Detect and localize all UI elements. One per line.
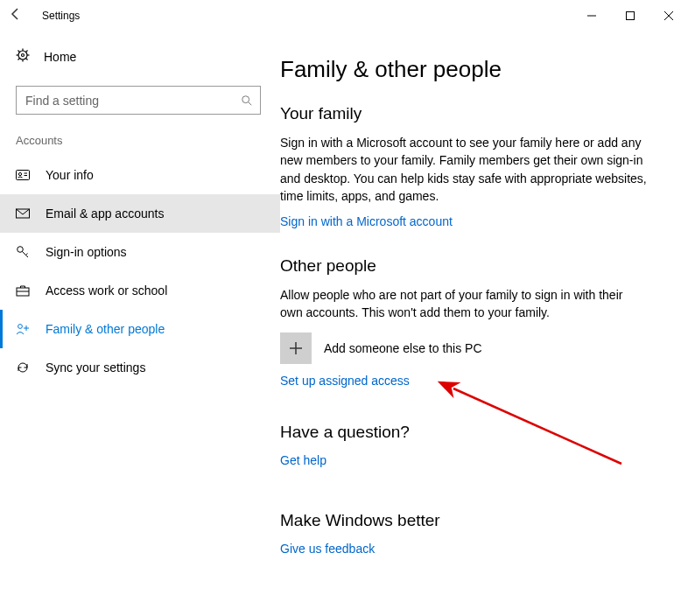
briefcase-icon: [16, 284, 30, 298]
signin-ms-account-link[interactable]: Sign in with a Microsoft account: [280, 214, 453, 228]
maximize-button[interactable]: [611, 0, 649, 32]
nav-label: Sign-in options: [46, 245, 127, 259]
svg-point-26: [18, 325, 23, 329]
add-someone-button[interactable]: Add someone else to this PC: [280, 332, 662, 364]
key-icon: [16, 245, 30, 259]
sidebar-item-family[interactable]: Family & other people: [0, 310, 280, 348]
gear-icon: [16, 48, 30, 66]
titlebar: Settings: [0, 0, 688, 32]
nav-label: Your info: [46, 168, 94, 182]
section-question: Have a question?: [280, 423, 662, 442]
search-icon: [241, 94, 253, 107]
page-title: Family & other people: [280, 56, 662, 83]
section-better: Make Windows better: [280, 511, 662, 530]
svg-line-23: [26, 254, 28, 256]
add-someone-label: Add someone else to this PC: [324, 341, 482, 355]
sidebar-item-email-accounts[interactable]: Email & app accounts: [0, 194, 280, 233]
sidebar-item-sync[interactable]: Sync your settings: [0, 348, 280, 387]
svg-line-13: [18, 59, 20, 60]
svg-line-11: [26, 59, 28, 60]
sidebar-category: Accounts: [0, 134, 280, 147]
svg-rect-16: [17, 171, 30, 180]
svg-line-12: [26, 51, 28, 52]
close-button[interactable]: [649, 0, 688, 32]
minimize-button[interactable]: [572, 0, 611, 32]
nav-label: Access work or school: [46, 284, 167, 298]
section-other-people: Other people: [280, 256, 662, 276]
section-your-family: Your family: [280, 104, 662, 123]
svg-point-14: [242, 95, 249, 102]
your-family-body: Sign in with a Microsoft account to see …: [280, 134, 648, 205]
assigned-access-link[interactable]: Set up assigned access: [280, 374, 410, 388]
sidebar-home-label: Home: [44, 50, 76, 64]
other-people-body: Allow people who are not part of your fa…: [280, 286, 648, 322]
svg-line-10: [18, 51, 20, 52]
search-input[interactable]: [16, 86, 261, 115]
main-content: Family & other people Your family Sign i…: [280, 32, 688, 616]
mail-icon: [16, 206, 30, 220]
sidebar: Home Accounts Your info Email & app acco…: [0, 32, 280, 616]
svg-line-15: [249, 102, 252, 105]
sidebar-item-work-school[interactable]: Access work or school: [0, 271, 280, 310]
window-controls: [572, 0, 688, 32]
sync-icon: [16, 360, 30, 374]
svg-rect-1: [627, 12, 635, 20]
plus-icon: [280, 332, 312, 364]
get-help-link[interactable]: Get help: [280, 453, 326, 467]
search-field[interactable]: [24, 93, 241, 108]
nav-label: Sync your settings: [46, 360, 145, 374]
sidebar-item-signin-options[interactable]: Sign-in options: [0, 233, 280, 271]
svg-point-17: [18, 172, 21, 175]
svg-point-5: [22, 54, 25, 57]
people-icon: [16, 322, 30, 336]
sidebar-item-your-info[interactable]: Your info: [0, 156, 280, 194]
person-card-icon: [16, 168, 30, 182]
nav-label: Family & other people: [46, 322, 165, 336]
svg-point-4: [18, 51, 27, 60]
nav-label: Email & app accounts: [46, 206, 164, 220]
window-title: Settings: [42, 10, 80, 22]
feedback-link[interactable]: Give us feedback: [280, 542, 375, 556]
back-button[interactable]: [0, 7, 32, 24]
sidebar-home[interactable]: Home: [0, 38, 280, 75]
